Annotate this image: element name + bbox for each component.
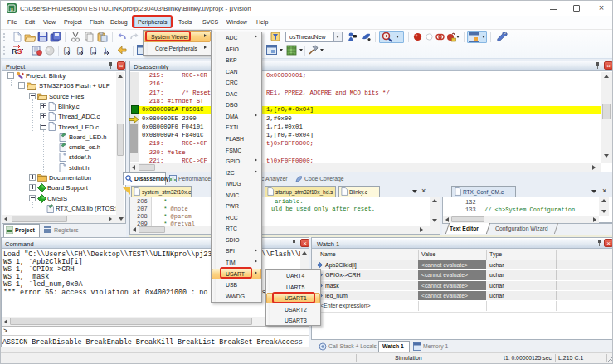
svg-text:{}: {} (75, 47, 85, 56)
svg-text:µ: µ (10, 7, 13, 12)
svg-text:): ) (103, 47, 107, 56)
svg-text:{}: {} (62, 47, 71, 56)
svg-text:RST: RST (12, 47, 23, 56)
svg-text:{}: {} (89, 47, 98, 56)
